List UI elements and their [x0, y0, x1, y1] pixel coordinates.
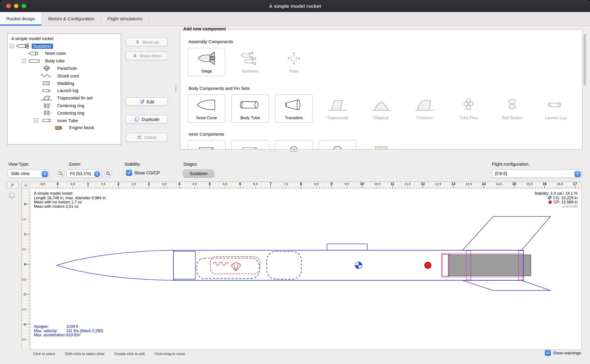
add-innertube2-button[interactable] [188, 140, 225, 150]
zoom-select[interactable]: Fit (53,1%) [67, 169, 101, 178]
expander-minus-icon[interactable]: − [22, 59, 26, 63]
svg-text:1: 1 [24, 232, 26, 236]
engineblock-icon [52, 125, 66, 131]
add-rail-button-button[interactable]: Rail Button [493, 94, 531, 123]
scrollbar-thumb[interactable] [584, 34, 586, 86]
stability-legend: Stability: 2,4 cal / 14,1 % CG: 10,229 i… [534, 191, 577, 208]
tab-rocket-design[interactable]: Rocket design [0, 12, 42, 26]
delete-button[interactable]: Delete [126, 133, 168, 142]
zoom-in-button[interactable] [104, 169, 112, 177]
flight-stat-label: Apogee: [34, 324, 66, 329]
move-down-button[interactable]: Move down [126, 52, 168, 60]
edit-icon [139, 99, 145, 104]
innertube2-icon [195, 143, 217, 150]
tree-item-label: Body tube [44, 58, 66, 64]
svg-text:8,5: 8,5 [314, 182, 318, 186]
wadding-icon [40, 80, 54, 86]
minimize-button[interactable] [14, 4, 19, 8]
add-pods-button[interactable]: Pods [275, 48, 313, 76]
add-launch-lug-button[interactable]: Launch Lug [537, 94, 575, 123]
tree-item-label: Engine block [68, 125, 95, 130]
tree-item-label: Shock cord [56, 73, 80, 78]
vertical-ruler: 21,510,50-0,5-1-1,5-2-2,5 [22, 188, 31, 350]
rotation-value[interactable]: 0° [7, 182, 18, 188]
zoom-window-button[interactable] [21, 4, 26, 8]
add-transition-button[interactable]: Transition [275, 94, 313, 123]
add-tube-fins-button[interactable]: Tube Fins [450, 94, 487, 123]
tab-motors-configuration[interactable]: Motors & Configuration [42, 12, 101, 26]
tree-item-body-tube[interactable]: −Body tube [7, 57, 121, 65]
svg-text:-2: -2 [23, 322, 26, 326]
finset-icon [40, 95, 54, 101]
cg-icon [548, 196, 551, 200]
add-stage-button[interactable]: Stage [188, 48, 225, 76]
section-label-body-components-and-fin-sets: Body Components and Fin Sets [188, 86, 250, 91]
tree-item-centering-ring[interactable]: Centering ring [7, 102, 121, 109]
flight-stat-value: 311 ft/s (Mach 0,280) [66, 329, 103, 333]
component-label: Nose Cone [196, 116, 217, 120]
show-cgcp-control[interactable]: Show CG/CP [126, 170, 160, 176]
tab-flight-simulations[interactable]: Flight simulations [101, 12, 149, 26]
add-nose-cone-button[interactable]: Nose Cone [188, 94, 225, 123]
component-label: Pods [289, 69, 299, 73]
close-button[interactable] [6, 4, 11, 8]
panel-collapse-handle[interactable] [290, 150, 296, 152]
tree-item-a-simple-model-rocket[interactable]: A simple model rocket [7, 35, 121, 42]
add-body-tube-button[interactable]: Body Tube [231, 94, 269, 123]
duplicate-button[interactable]: Duplicate [126, 115, 168, 124]
rocket-canvas: in -0,500,511,522,533,544,555,566,577,58… [21, 182, 582, 350]
svg-text:16,5: 16,5 [557, 182, 563, 186]
tree-item-engine-block[interactable]: Engine block [7, 124, 121, 132]
show-cgcp-checkbox[interactable] [126, 170, 132, 176]
view-type-select[interactable]: Side view [7, 169, 49, 178]
add-coupler-button[interactable] [231, 140, 269, 150]
tree-item-parachute[interactable]: Parachute [7, 65, 121, 72]
tree-item-centering-ring[interactable]: Centering ring [7, 109, 121, 117]
freeform-icon [414, 97, 436, 113]
zoom-out-button[interactable] [57, 169, 65, 177]
add-trapezoidal-button[interactable]: Trapezoidal [319, 94, 356, 123]
flight-stat-value: 619 ft/s² [66, 333, 80, 337]
delete-icon [137, 134, 142, 140]
tree-item-launch-lug[interactable]: Launch lug [7, 87, 121, 95]
tree-item-label: A simple model rocket [10, 36, 55, 41]
arrowup-icon [135, 39, 140, 45]
flight-config-select[interactable]: [C6-5] [492, 169, 582, 178]
svg-text:12,5: 12,5 [435, 182, 441, 186]
section-label-inner-components: Inner Components [188, 132, 224, 136]
rocket-view[interactable]: A simple model rocketLength 16,748 in, m… [30, 188, 581, 349]
tree-item-shock-cord[interactable]: Shock cord [7, 72, 121, 80]
tree-item-label: Centering ring [56, 110, 86, 116]
svg-text:1,5: 1,5 [101, 182, 105, 186]
stage-toggle-sustainer[interactable]: Sustainer [183, 169, 214, 178]
launch-lug-shape [327, 244, 367, 250]
zoom-label: Zoom: [69, 162, 81, 167]
tree-item-inner-tube[interactable]: −Inner Tube [7, 117, 121, 124]
tree-item-wadding[interactable]: Wadding [7, 80, 121, 87]
button-label: Edit [147, 99, 154, 104]
svg-text:15,5: 15,5 [526, 182, 533, 186]
tree-item-nose-cone[interactable]: Nose cone [7, 50, 121, 57]
launchlug-icon [40, 88, 54, 94]
show-warnings-control[interactable]: Show warnings [545, 350, 581, 356]
expander-minus-icon[interactable]: − [10, 44, 14, 48]
edit-button[interactable]: Edit [126, 97, 168, 106]
tree-item-trapezoidal-fin-set[interactable]: Trapezoidal fin set [7, 95, 121, 102]
show-warnings-checkbox[interactable] [545, 350, 551, 356]
shockcord-icon [40, 73, 54, 79]
svg-text:5,5: 5,5 [223, 182, 227, 186]
add-freeform-button[interactable]: Freeform [406, 94, 444, 123]
svg-text:3,5: 3,5 [162, 182, 166, 186]
expander-minus-icon[interactable]: − [34, 118, 38, 123]
add-elliptical-button[interactable]: Elliptical [362, 94, 400, 123]
tab-label: Rocket design [6, 16, 35, 21]
rotation-slider-knob[interactable] [9, 193, 14, 197]
add-engineblockbig-button[interactable] [362, 140, 400, 150]
move-up-button[interactable]: Move up [126, 38, 168, 46]
tree-item-sustainer[interactable]: −Sustainer [7, 42, 121, 50]
cg-value: CG: 10,229 in [553, 195, 578, 200]
splitter-handle[interactable] [175, 85, 176, 91]
add-boosters-button[interactable]: Boosters [231, 48, 269, 76]
add-centeringring2-button[interactable] [275, 140, 313, 150]
add-bulkhead-button[interactable] [319, 140, 356, 150]
